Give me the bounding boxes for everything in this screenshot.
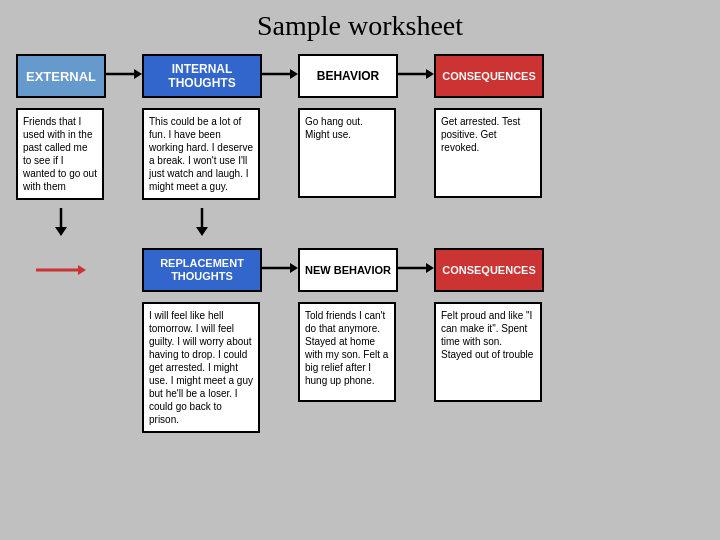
behavior-label: BEHAVIOR (317, 69, 379, 83)
page: Sample worksheet EXTERNAL INTERNAL THOUG… (0, 0, 720, 540)
new-behavior-text: Told friends I can't do that anymore. St… (305, 310, 388, 386)
behavior-box: BEHAVIOR (298, 54, 398, 98)
content-row-2: I will feel like hell tomorrow. I will f… (16, 302, 704, 433)
down-arrows-row (16, 208, 704, 236)
internal-content-col: This could be a lot of fun. I have been … (142, 108, 262, 200)
new-behavior-content: Told friends I can't do that anymore. St… (298, 302, 396, 402)
external-box: EXTERNAL (16, 54, 106, 98)
replacement-content: I will feel like hell tomorrow. I will f… (142, 302, 260, 433)
external-label: EXTERNAL (26, 69, 96, 84)
new-behavior-col: NEW BEHAVIOR (298, 248, 398, 292)
arrow-5 (398, 258, 434, 282)
replacement-content-col: I will feel like hell tomorrow. I will f… (142, 302, 262, 433)
new-behavior-box: NEW BEHAVIOR (298, 248, 398, 292)
external-content-col: Friends that I used with in the past cal… (16, 108, 106, 200)
down-arrow-left (16, 208, 106, 236)
replacement-box: REPLACEMENT THOUGHTS (142, 248, 262, 292)
consequences2-text: Felt proud and like "I can make it". Spe… (441, 310, 533, 360)
replacement-col: REPLACEMENT THOUGHTS (142, 248, 262, 292)
bottom-header-row: REPLACEMENT THOUGHTS NEW BEHAVIOR CONSEQ… (16, 248, 704, 292)
consequences2-box: CONSEQUENCES (434, 248, 544, 292)
new-behavior-label: NEW BEHAVIOR (305, 264, 391, 276)
internal-text: This could be a lot of fun. I have been … (149, 116, 253, 192)
new-behavior-content-col: Told friends I can't do that anymore. St… (298, 302, 398, 402)
replacement-label: REPLACEMENT THOUGHTS (160, 257, 244, 283)
arrow-2 (262, 64, 298, 88)
behavior-text: Go hang out. Might use. (305, 116, 363, 140)
consequences2-content-col: Felt proud and like "I can make it". Spe… (434, 302, 544, 402)
svg-marker-3 (290, 69, 298, 79)
svg-marker-7 (55, 227, 67, 236)
internal-thoughts-box: INTERNAL THOUGHTS (142, 54, 262, 98)
svg-marker-1 (134, 69, 142, 79)
consequences-content-col: Get arrested. Test positive. Get revoked… (434, 108, 544, 198)
external-text: Friends that I used with in the past cal… (23, 116, 97, 192)
arrow-3 (398, 64, 434, 88)
svg-marker-13 (290, 263, 298, 273)
diagram: EXTERNAL INTERNAL THOUGHTS BEHAVIOR (16, 54, 704, 433)
arrow-4 (262, 258, 298, 282)
consequences-content: Get arrested. Test positive. Get revoked… (434, 108, 542, 198)
header-row: EXTERNAL INTERNAL THOUGHTS BEHAVIOR (16, 54, 704, 98)
content-row-1: Friends that I used with in the past cal… (16, 108, 704, 200)
svg-marker-11 (78, 265, 86, 275)
behavior-content: Go hang out. Might use. (298, 108, 396, 198)
page-title: Sample worksheet (16, 10, 704, 42)
behavior-col: BEHAVIOR (298, 54, 398, 98)
consequences-box: CONSEQUENCES (434, 54, 544, 98)
arrow-1 (106, 64, 142, 88)
svg-marker-5 (426, 69, 434, 79)
svg-marker-9 (196, 227, 208, 236)
consequences-label: CONSEQUENCES (442, 70, 536, 82)
behavior-content-col: Go hang out. Might use. (298, 108, 398, 198)
internal-content: This could be a lot of fun. I have been … (142, 108, 260, 200)
replacement-text: I will feel like hell tomorrow. I will f… (149, 310, 253, 425)
internal-thoughts-label: INTERNAL THOUGHTS (168, 62, 235, 91)
consequences-col: CONSEQUENCES (434, 54, 544, 98)
consequences-text: Get arrested. Test positive. Get revoked… (441, 116, 520, 153)
external-content: Friends that I used with in the past cal… (16, 108, 104, 200)
left-horiz-arrow (16, 260, 106, 280)
consequences2-col: CONSEQUENCES (434, 248, 544, 292)
consequences2-label: CONSEQUENCES (442, 264, 536, 276)
external-col: EXTERNAL (16, 54, 106, 98)
svg-marker-15 (426, 263, 434, 273)
down-arrow-mid (142, 208, 262, 236)
consequences2-content: Felt proud and like "I can make it". Spe… (434, 302, 542, 402)
internal-thoughts-col: INTERNAL THOUGHTS (142, 54, 262, 98)
